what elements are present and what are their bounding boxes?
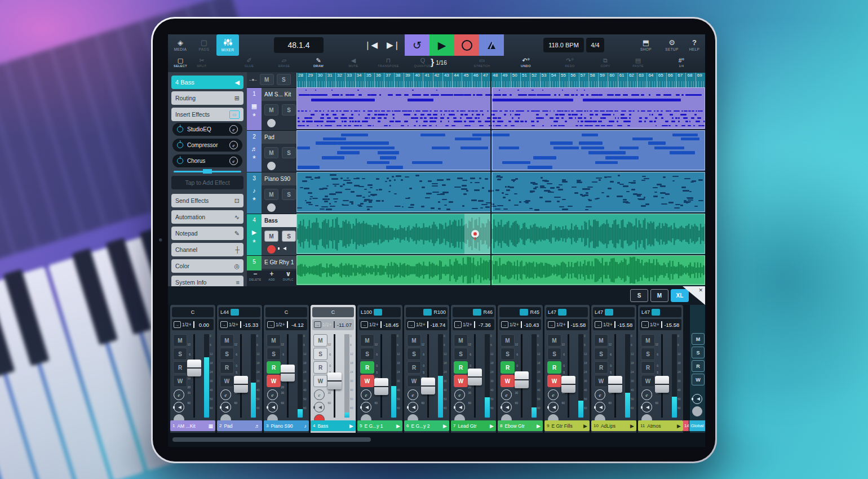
channel-strip-6[interactable]: R100→1/2+-18.74MSRWe12605102030600612182… <box>404 305 449 433</box>
track-name[interactable]: AM S... Kit <box>262 88 296 101</box>
strip-monitor-button[interactable] <box>501 402 512 413</box>
pan-display[interactable]: C <box>172 307 214 317</box>
strip-monitor-button[interactable] <box>361 402 371 413</box>
tool-copy[interactable]: ⧉COPY <box>590 57 621 71</box>
channel-strip-2[interactable]: L44→1/2+-15.33MSRWe126051020306006121824… <box>217 305 262 433</box>
track-mute-button[interactable]: M <box>264 147 278 158</box>
timeline-ruler[interactable]: 2829303132333435363738394041424344454647… <box>296 73 705 88</box>
strip-edit-button[interactable]: e <box>174 389 184 400</box>
global-read-button[interactable]: R <box>692 360 705 372</box>
clip-region-right[interactable] <box>492 214 705 254</box>
skip-to-start-button[interactable]: ❘◀ <box>360 40 382 50</box>
header-mute-button[interactable]: M <box>260 74 274 85</box>
pan-display[interactable]: C <box>265 307 307 317</box>
edit-icon[interactable]: e <box>229 141 238 149</box>
record-button[interactable] <box>454 34 479 56</box>
strip-edit-button[interactable]: e <box>595 389 605 400</box>
track-mute-button[interactable]: M <box>264 230 278 242</box>
power-icon[interactable] <box>177 142 183 148</box>
output-row[interactable]: →1/2+0.00 <box>172 319 214 330</box>
time-signature-display[interactable]: 4/4 <box>586 38 604 52</box>
pan-display[interactable]: C <box>312 307 354 317</box>
strip-monitor-button[interactable] <box>220 402 231 413</box>
grid-resolution-button[interactable]: #° 1/4 <box>666 57 697 71</box>
clip-region-right[interactable] <box>492 130 705 170</box>
output-row[interactable]: →1/2+-18.45 <box>359 319 401 330</box>
fader-handle[interactable] <box>608 376 622 393</box>
strip-monitor-button[interactable] <box>267 402 278 413</box>
output-row[interactable]: →1/2+-7.36 <box>453 319 494 330</box>
track-name[interactable]: Piano S90 <box>262 172 296 185</box>
clip-region-left[interactable] <box>296 87 491 128</box>
playhead[interactable] <box>490 73 491 286</box>
track-row-3[interactable]: 3♪*Piano S90MS <box>247 172 296 214</box>
pan-display[interactable]: R46 <box>453 307 494 317</box>
selected-track-header[interactable]: 4 Bass ◀ <box>171 76 243 89</box>
footer-duplc-button[interactable]: ∨DUPLC <box>280 270 296 286</box>
tool-undo[interactable]: ↶°UNDO <box>510 57 542 71</box>
edit-icon[interactable]: e <box>229 157 238 165</box>
strip-monitor-button[interactable] <box>595 402 605 413</box>
bpm-display[interactable]: 118.0 BPM <box>543 38 584 52</box>
strip-edit-button[interactable]: e <box>641 389 652 400</box>
track-solo-button[interactable]: S <box>282 230 296 242</box>
tool-stretch[interactable]: ▭STRETCH <box>466 57 498 71</box>
media-button[interactable]: ◈ MEDIA <box>169 34 192 56</box>
channel-strip-9[interactable]: L47→1/2+-15.58MSRWe126051020306006121824… <box>544 305 590 433</box>
insert-slot-chorus[interactable]: Choruse <box>172 154 242 167</box>
fader-handle[interactable] <box>515 371 529 388</box>
channel-label[interactable]: 11Atmos▶ <box>638 420 683 431</box>
strip-edit-button[interactable]: e <box>408 389 418 400</box>
track-row-1[interactable]: 1▦*AM S... KitMS <box>247 87 296 130</box>
fader-handle[interactable] <box>561 376 575 393</box>
tool-quantize[interactable]: QQUANTIZE <box>407 57 439 71</box>
fader-handle[interactable] <box>374 378 388 395</box>
horizontal-scrollbar[interactable] <box>172 437 371 442</box>
routing-button[interactable]: Routing ⊞ <box>171 91 243 105</box>
section-send-effects[interactable]: Send Effects⊡ <box>171 194 243 207</box>
insert-slot-studioeq[interactable]: StudioEQe <box>172 123 242 136</box>
channel-strip-5[interactable]: L100→1/2+-18.45MSRWe12605102030600612182… <box>357 305 402 433</box>
metronome-button[interactable] <box>479 34 504 56</box>
clip-row-4[interactable] <box>296 214 705 254</box>
track-name[interactable]: E Gtr Rhy 1 <box>262 256 296 269</box>
global-strip[interactable]: MSRW <box>689 305 705 433</box>
channel-label[interactable]: 10AdLips▶ <box>591 420 636 431</box>
tool-erase[interactable]: ▱ERASE <box>271 57 298 71</box>
footer-delete-button[interactable]: −DELETE <box>247 270 263 286</box>
track-mute-button[interactable]: M <box>264 189 278 200</box>
fader-handle[interactable] <box>281 365 295 382</box>
clip-row-1[interactable] <box>296 87 705 129</box>
fader-handle[interactable] <box>468 369 482 385</box>
channel-strip-11[interactable]: L47→1/2+-15.58MSRWe126051020306006121824… <box>638 305 683 433</box>
global-record-button[interactable] <box>692 406 702 416</box>
strip-edit-button[interactable]: e <box>548 389 559 400</box>
pan-display[interactable]: L47 <box>546 307 588 317</box>
output-row[interactable]: →1/2+-10.43 <box>499 319 541 330</box>
track-record-arm-button[interactable] <box>267 203 276 212</box>
clip-row-2[interactable] <box>296 130 705 171</box>
global-strip-label[interactable]: Global <box>689 420 705 431</box>
strip-monitor-button[interactable] <box>408 402 418 413</box>
time-display[interactable]: 48.1.4 <box>274 37 324 53</box>
clip-region-right[interactable] <box>492 87 705 128</box>
insert-slot-compressor[interactable]: Compressore <box>172 139 242 152</box>
pan-display[interactable]: L44 <box>219 307 260 317</box>
section-channel[interactable]: Channel┼ <box>171 243 243 256</box>
arrange-area[interactable]: 2829303132333435363738394041424344454647… <box>296 72 705 286</box>
track-name[interactable]: Bass <box>262 214 296 227</box>
tool-glue[interactable]: ✐GLUE <box>236 57 263 71</box>
add-effect-button[interactable]: Tap to Add Effect <box>171 176 243 189</box>
pan-display[interactable]: R45 <box>499 307 541 317</box>
fader-handle[interactable] <box>327 372 342 389</box>
output-row[interactable]: →1/2+-4.12 <box>265 319 307 330</box>
edit-icon[interactable]: e <box>229 125 238 134</box>
global-solo-button[interactable]: S <box>692 347 705 358</box>
clip-region-left[interactable] <box>296 255 491 285</box>
fader-handle[interactable] <box>187 360 201 376</box>
play-button[interactable]: ▶ <box>429 34 454 56</box>
global-mute-button[interactable]: M <box>692 333 705 345</box>
track-record-arm-button[interactable] <box>267 245 276 254</box>
channel-label[interactable]: 7Lead Gtr▶ <box>451 420 496 431</box>
tool-draw[interactable]: ✎DRAW <box>305 57 332 71</box>
